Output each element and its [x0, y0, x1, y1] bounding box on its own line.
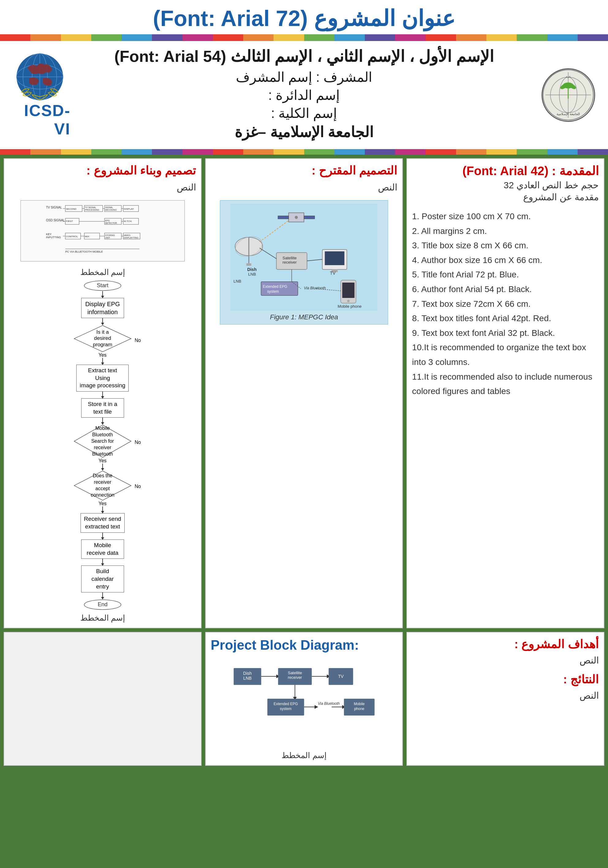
- svg-text:FIRST: FIRST: [66, 220, 73, 223]
- left-column-bottom-box: [4, 632, 202, 766]
- goals-text: النص: [412, 653, 599, 667]
- svg-text:PROCESSING: PROCESSING: [85, 209, 99, 211]
- author-info: الإسم الأول ، الإسم الثاني ، الإسم الثال…: [70, 47, 538, 143]
- fc-display-epg: Display EPGinformation: [81, 298, 124, 318]
- svg-text:Dish: Dish: [243, 671, 251, 676]
- iu-logo-container: الجامعة الإسلامية غزة: [538, 68, 599, 122]
- svg-text:Start: Start: [97, 282, 109, 288]
- intro-item-6: 6. Author font Arial 54 pt. Black.: [412, 282, 599, 297]
- fc-yes-section3: Yes: [99, 501, 107, 513]
- fc-yes-section: Yes: [99, 352, 107, 365]
- icsd-label: ICSD-VI: [9, 101, 70, 138]
- university-line: الجامعة الإسلامية –غزة: [70, 123, 538, 141]
- svg-rect-95: [342, 283, 354, 298]
- svg-text:Mobile: Mobile: [354, 702, 365, 706]
- icsd-globe-icon: [16, 52, 64, 101]
- main-content-row1: تصميم وبناء المشروع : النص TV SIGNAL SEC…: [0, 155, 608, 632]
- fc-receiver-send: Receiver sendextracted text: [81, 513, 124, 532]
- fc-receiver-accept-text: Does thereceiver acceptconnection: [88, 473, 117, 498]
- svg-text:INPUTTING: INPUTTING: [46, 236, 61, 239]
- goals-title: أهداف المشروع :: [412, 637, 599, 651]
- middle-column-bottom-box: Project Block Diagram: Dish LNB Satellit: [205, 632, 403, 766]
- fc-arrow-4: [102, 392, 103, 398]
- results-title: النتائج :: [412, 673, 599, 686]
- intro-item-2: 2. All margins 2 cm.: [412, 224, 599, 239]
- left-col-text: النص: [9, 180, 196, 194]
- fc-arrow-5: [102, 418, 103, 424]
- fc-arrow-6: [102, 463, 103, 470]
- svg-point-96: [347, 300, 349, 302]
- supervisor-line: المشرف : إسم المشرف: [70, 69, 538, 85]
- svg-text:DECODING: DECODING: [105, 209, 117, 211]
- svg-text:غزة: غزة: [566, 75, 570, 78]
- svg-rect-73: [246, 263, 251, 266]
- svg-text:Dish: Dish: [247, 267, 256, 272]
- author-name: الإسم الأول ، الإسم الثاني ، الإسم الثال…: [70, 47, 538, 65]
- department-line: إسم الدائرة :: [70, 87, 538, 103]
- rainbow-bar-1: [0, 34, 608, 41]
- fc-yes-label-2: Yes: [99, 458, 107, 463]
- svg-text:Satellite: Satellite: [288, 671, 302, 675]
- intro-item-10: 10.It is recommended to organize the tex…: [412, 340, 599, 369]
- svg-text:Extended EPG: Extended EPG: [273, 702, 298, 706]
- block-diagram-caption: إسم المخطط: [211, 751, 397, 760]
- fc-arrow-10: [102, 592, 103, 599]
- svg-text:LNB: LNB: [248, 272, 256, 276]
- svg-text:TV: TV: [330, 271, 336, 276]
- fc-arrow-7: [102, 507, 103, 513]
- svg-text:STORING: STORING: [105, 234, 115, 236]
- svg-text:UNIT: UNIT: [105, 237, 110, 239]
- svg-text:الجامعة الإسلامية: الجامعة الإسلامية: [557, 112, 580, 116]
- intro-item-1: 1. Poster size 100 cm X 70 cm.: [412, 209, 599, 224]
- svg-text:DETECTOR: DETECTOR: [105, 222, 117, 224]
- svg-text:DISPLAY: DISPLAY: [124, 208, 134, 210]
- fc-store-text: Store it in atext file: [81, 398, 124, 418]
- left-column-box: تصميم وبناء المشروع : النص TV SIGNAL SEC…: [4, 158, 202, 628]
- page-title: عنوان المشروع (Font: Arial 72): [3, 6, 605, 31]
- schematic-diagram: TV SIGNAL SECOND TV SIGNAL PROCESSING SI…: [20, 200, 185, 262]
- fc-mobile-receive: Mobilereceive data: [81, 539, 124, 559]
- fc-desired-text: Is it a desiredprogram: [88, 329, 117, 348]
- svg-text:receiver: receiver: [288, 675, 302, 680]
- svg-rect-86: [325, 251, 344, 265]
- svg-rect-77: [278, 216, 288, 219]
- middle-col-title: التصميم المقترح :: [211, 164, 397, 177]
- svg-text:MIX: MIX: [85, 235, 90, 238]
- svg-text:TV: TV: [338, 674, 344, 679]
- main-content-row2: Project Block Diagram: Dish LNB Satellit: [0, 632, 608, 769]
- results-text: النص: [412, 688, 599, 702]
- intro-item-7: 7. Text box size 72cm X 66 cm.: [412, 297, 599, 312]
- svg-text:CONTROL: CONTROL: [66, 235, 78, 238]
- figure-label: Figure 1: MEPGC Idea: [223, 313, 385, 321]
- fc-arrow-8: [102, 533, 103, 539]
- svg-text:LNB: LNB: [243, 676, 251, 680]
- svg-text:PC   VIA BLUETOOTH   MOBILE: PC VIA BLUETOOTH MOBILE: [65, 250, 103, 253]
- fc-arrow-9: [102, 559, 103, 566]
- svg-text:system: system: [280, 707, 291, 711]
- fc-bluetooth-diamond: MobileBluetoothSearch forreceiverBluetoo…: [73, 424, 132, 458]
- fc-build-calendar: Buildcalendarentry: [81, 566, 124, 592]
- middle-column-top-box: التصميم المقترح : النص Dish LNB: [205, 158, 403, 628]
- svg-text:SECOND: SECOND: [66, 208, 76, 210]
- satellite-svg: Dish LNB Satellite receiver TV: [223, 204, 385, 311]
- intro-item-5: 5. Title font Arial 72 pt. Blue.: [412, 267, 599, 282]
- left-col-title: تصميم وبناء المشروع :: [9, 164, 196, 177]
- intro-subtitle2: مقدمة عن المشروع: [412, 192, 599, 202]
- svg-text:Mobile phone: Mobile phone: [338, 304, 361, 308]
- fc-yes-section2: Yes: [99, 458, 107, 470]
- rainbow-bar-2: [0, 149, 608, 155]
- intro-subtitle1: حجم خط النص العادي 32: [412, 180, 599, 191]
- svg-text:phone: phone: [354, 707, 364, 711]
- iu-logo: الجامعة الإسلامية غزة: [541, 68, 595, 122]
- icsd-logo-container: ICSD-VI: [9, 52, 70, 138]
- schematic-caption: إسم المخطط: [9, 268, 196, 277]
- fc-extract-text: Extract textUsingimage processing: [76, 365, 129, 392]
- college-line: إسم الكلية :: [70, 105, 538, 121]
- svg-text:KEY: KEY: [46, 233, 51, 236]
- right-column-bottom-box: أهداف المشروع : النص النتائج : النص: [406, 632, 604, 766]
- fc-bluetooth-text: MobileBluetoothSearch forreceiverBluetoo…: [91, 425, 114, 457]
- svg-text:Via Bluetooth: Via Bluetooth: [318, 701, 340, 706]
- svg-text:M.TCH: M.TCH: [124, 220, 132, 223]
- fc-desired-diamond: Is it a desiredprogram No: [73, 325, 132, 352]
- fc-no-label-1: No: [135, 338, 141, 343]
